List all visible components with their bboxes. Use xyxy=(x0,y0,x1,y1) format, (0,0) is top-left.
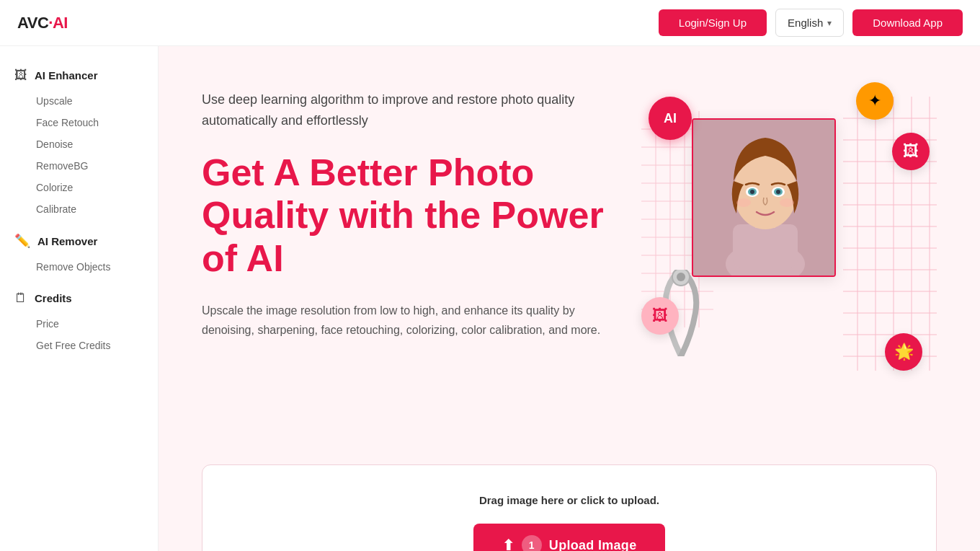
sidebar-item-colorize[interactable]: Colorize xyxy=(0,177,158,198)
sidebar-item-price[interactable]: Price xyxy=(0,313,158,335)
enhancer-icon: 🖼 xyxy=(14,68,27,83)
hero-description: Upscale the image resolution from low to… xyxy=(202,301,605,340)
sidebar-item-removebg[interactable]: RemoveBG xyxy=(0,155,158,177)
sidebar-remover-header[interactable]: ✏️ AI Remover xyxy=(0,226,158,256)
sidebar-item-face-retouch[interactable]: Face Retouch xyxy=(0,112,158,133)
photo-icon: 🖼 xyxy=(903,142,919,161)
star-icon: ✦ xyxy=(868,92,881,110)
header: AVC·AI Login/Sign Up English ▾ Download … xyxy=(0,0,980,46)
float-icon-star: ✦ xyxy=(856,82,894,120)
hero-title-line3: of AI xyxy=(202,237,284,279)
upload-section[interactable]: Drag image here or click to upload. ⬆ 1 … xyxy=(202,464,937,551)
header-right: Login/Sign Up English ▾ Download App xyxy=(659,9,963,37)
language-label: English xyxy=(788,17,823,29)
logo: AVC·AI xyxy=(17,14,68,32)
float-icon-photo: 🖼 xyxy=(892,133,930,170)
logo-text: AVC·AI xyxy=(17,14,68,32)
upload-image-button[interactable]: ⬆ 1 Upload Image xyxy=(473,524,666,551)
float-icon-enhance: 🌟 xyxy=(885,333,922,371)
sidebar-section-enhancer: 🖼 AI Enhancer Upscale Face Retouch Denoi… xyxy=(0,61,158,220)
step-number: 1 xyxy=(522,535,542,551)
woman-photo-svg xyxy=(693,120,836,277)
float-icon-image2: 🖼 xyxy=(641,297,679,335)
hero-title: Get A Better Photo Quality with the Powe… xyxy=(202,151,605,281)
svg-point-42 xyxy=(776,190,780,194)
sidebar-item-remove-objects[interactable]: Remove Objects xyxy=(0,256,158,278)
hero-image: AI ✦ 🖼 🖼 🌟 xyxy=(634,75,937,400)
upload-button-label: Upload Image xyxy=(549,538,637,552)
svg-point-44 xyxy=(780,198,794,207)
download-app-button[interactable]: Download App xyxy=(852,9,963,36)
svg-point-39 xyxy=(750,190,754,194)
hero-section: Use deep learning algorithm to improve a… xyxy=(202,75,937,457)
svg-rect-34 xyxy=(733,224,798,268)
enhancer-label: AI Enhancer xyxy=(35,69,98,81)
image-icon: 🖼 xyxy=(652,307,668,325)
credits-icon: 🗒 xyxy=(14,291,27,306)
chevron-down-icon: ▾ xyxy=(827,18,832,28)
hero-title-line2: Quality with the Power xyxy=(202,194,604,236)
login-button[interactable]: Login/Sign Up xyxy=(659,9,767,36)
upload-icon: ⬆ xyxy=(502,537,514,551)
hero-title-line1: Get A Better Photo xyxy=(202,151,534,193)
svg-point-43 xyxy=(736,198,751,207)
main-content: Use deep learning algorithm to improve a… xyxy=(159,46,980,551)
layout: 🖼 AI Enhancer Upscale Face Retouch Denoi… xyxy=(0,46,980,551)
sidebar: 🖼 AI Enhancer Upscale Face Retouch Denoi… xyxy=(0,46,159,551)
hero-subtitle: Use deep learning algorithm to improve a… xyxy=(202,89,605,131)
logo-avc: AVC xyxy=(17,14,48,32)
sidebar-item-upscale[interactable]: Upscale xyxy=(0,90,158,112)
language-selector[interactable]: English ▾ xyxy=(775,9,844,37)
logo-ai: AI xyxy=(53,14,68,32)
photo-card xyxy=(692,118,836,277)
ai-badge-text: AI xyxy=(664,111,677,126)
remover-icon: ✏️ xyxy=(14,233,30,249)
sidebar-section-credits: 🗒 Credits Price Get Free Credits xyxy=(0,283,158,356)
enhance-icon: 🌟 xyxy=(894,343,914,361)
svg-point-46 xyxy=(677,273,685,281)
drag-drop-text-strong: Drag image here or click to upload. xyxy=(479,494,659,506)
sidebar-enhancer-header[interactable]: 🖼 AI Enhancer xyxy=(0,61,158,90)
remover-label: AI Remover xyxy=(37,235,97,247)
sidebar-section-remover: ✏️ AI Remover Remove Objects xyxy=(0,226,158,278)
sidebar-item-denoise[interactable]: Denoise xyxy=(0,133,158,155)
sidebar-item-calibrate[interactable]: Calibrate xyxy=(0,198,158,220)
sidebar-item-get-free-credits[interactable]: Get Free Credits xyxy=(0,335,158,356)
ai-badge: AI xyxy=(649,97,692,140)
hero-text: Use deep learning algorithm to improve a… xyxy=(202,75,605,340)
sidebar-credits-header[interactable]: 🗒 Credits xyxy=(0,283,158,313)
drag-drop-text: Drag image here or click to upload. xyxy=(217,494,922,506)
credits-label: Credits xyxy=(35,292,72,304)
